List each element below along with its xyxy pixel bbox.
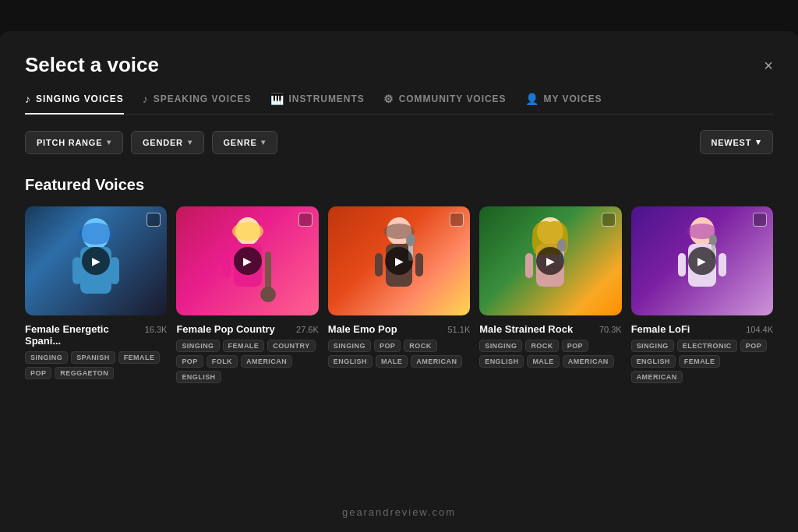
tab-label-my: MY VOICES	[543, 93, 602, 104]
voice-tags-4: SINGINGROCKPOPENGLISHMALEAMERICAN	[479, 340, 621, 368]
tab-label-instruments: INSTRUMENTS	[288, 93, 364, 104]
tag-english: ENGLISH	[176, 371, 221, 383]
svg-rect-4	[110, 257, 119, 284]
section-title: Featured Voices	[25, 176, 773, 194]
play-button-2[interactable]: ▶	[234, 247, 262, 275]
tag-female: FEMALE	[118, 351, 161, 364]
voice-count-4: 70.3K	[599, 325, 622, 334]
voice-count-5: 104.4K	[746, 325, 773, 334]
voice-name-row-1: Female Energetic Spani...16.3K	[25, 323, 167, 347]
voice-card-3[interactable]: ▶Male Emo Pop51.1KSINGINGPOPROCKENGLISHM…	[328, 206, 470, 383]
tab-icon-my: 👤	[525, 93, 539, 105]
voice-card-4[interactable]: ▶Male Strained Rock70.3KSINGINGROCKPOPEN…	[479, 206, 621, 383]
watermark: gearandreview.com	[342, 506, 456, 518]
tag-singing: SINGING	[25, 351, 68, 364]
tag-spanish: SPANISH	[71, 351, 115, 364]
svg-rect-15	[415, 253, 423, 277]
svg-rect-3	[72, 257, 82, 284]
voice-tags-2: SINGINGFEMALECOUNTRYPOPFOLKAMERICANENGLI…	[176, 340, 318, 383]
tab-singing[interactable]: ♪SINGING VOICES	[25, 93, 124, 115]
tag-singing: SINGING	[328, 340, 371, 352]
filter-gender-button[interactable]: GENDER▾	[131, 131, 203, 154]
voice-name-1: Female Energetic Spani...	[25, 323, 145, 347]
chevron-down-icon: ▾	[107, 138, 111, 146]
svg-point-29	[709, 234, 717, 245]
modal-header: Select a voice ×	[25, 53, 773, 77]
tag-english: ENGLISH	[479, 355, 524, 368]
svg-rect-26	[678, 253, 686, 277]
voice-tags-3: SINGINGPOPROCKENGLISHMALEAMERICAN	[328, 340, 470, 368]
filter-genre-button[interactable]: GENRE▾	[212, 131, 278, 154]
filter-pitch-button[interactable]: PITCH RANGE▾	[25, 131, 123, 154]
tag-american: AMERICAN	[563, 355, 614, 368]
tab-instruments[interactable]: 🎹INSTRUMENTS	[270, 93, 365, 115]
tag-rock: ROCK	[404, 340, 436, 352]
voice-thumbnail-4: ▶	[479, 206, 621, 315]
close-button[interactable]: ×	[764, 58, 773, 73]
tag-pop: POP	[176, 355, 203, 368]
voice-card-5[interactable]: ▶Female LoFi104.4KSINGINGELECTRONICPOPEN…	[631, 206, 773, 383]
tag-singing: SINGING	[176, 340, 219, 352]
voice-name-3: Male Emo Pop	[328, 323, 397, 335]
tag-female: FEMALE	[679, 355, 721, 368]
play-button-1[interactable]: ▶	[82, 247, 110, 275]
tag-singing: SINGING	[631, 340, 674, 352]
tab-label-speaking: SPEAKING VOICES	[154, 93, 252, 104]
voice-name-row-3: Male Emo Pop51.1K	[328, 323, 470, 335]
voice-card-1[interactable]: ▶Female Energetic Spani...16.3KSINGINGSP…	[25, 206, 167, 383]
tag-english: ENGLISH	[631, 355, 676, 368]
svg-point-2	[79, 223, 113, 245]
voice-card-2[interactable]: ▶Female Pop Country27.6KSINGINGFEMALECOU…	[176, 206, 318, 383]
chevron-down-icon: ▾	[756, 137, 761, 147]
tab-speaking[interactable]: ♪SPEAKING VOICES	[143, 93, 252, 115]
tag-pop: POP	[25, 367, 51, 379]
voice-thumbnail-5: ▶	[631, 206, 773, 315]
voice-name-2: Female Pop Country	[176, 323, 274, 335]
svg-rect-8	[223, 253, 231, 278]
tab-community[interactable]: ⚙COMMUNITY VOICES	[383, 93, 507, 115]
tag-english: ENGLISH	[328, 355, 373, 368]
tag-american: AMERICAN	[631, 371, 683, 383]
voice-thumbnail-3: ▶	[328, 206, 470, 315]
tag-singing: SINGING	[479, 340, 522, 352]
select-checkbox-2[interactable]	[298, 213, 312, 227]
select-checkbox-4[interactable]	[602, 213, 616, 227]
tag-american: AMERICAN	[411, 355, 462, 368]
tab-label-singing: SINGING VOICES	[36, 93, 124, 104]
voice-name-4: Male Strained Rock	[479, 323, 573, 335]
tag-pop: POP	[374, 340, 401, 352]
sort-button[interactable]: NEWEST▾	[700, 130, 773, 154]
tab-bar: ♪SINGING VOICES♪SPEAKING VOICES🎹INSTRUME…	[25, 93, 773, 115]
tab-icon-instruments: 🎹	[270, 93, 284, 105]
tab-label-community: COMMUNITY VOICES	[399, 93, 507, 104]
voice-name-row-5: Female LoFi104.4K	[631, 323, 773, 335]
voice-name-row-4: Male Strained Rock70.3K	[479, 323, 621, 335]
tag-country: COUNTRY	[267, 340, 315, 352]
play-button-3[interactable]: ▶	[385, 247, 413, 275]
svg-rect-27	[719, 253, 726, 277]
tag-rock: ROCK	[525, 340, 558, 352]
voice-name-5: Female LoFi	[631, 323, 690, 335]
svg-point-10	[260, 287, 276, 302]
play-button-4[interactable]: ▶	[536, 247, 564, 275]
svg-point-7	[232, 222, 263, 241]
filter-gender-label: GENDER	[143, 138, 183, 147]
voice-count-2: 27.6K	[296, 325, 319, 334]
voice-thumbnail-1: ▶	[25, 206, 167, 315]
play-button-5[interactable]: ▶	[688, 247, 716, 275]
tag-reggaeton: REGGAETON	[55, 367, 114, 379]
tab-icon-speaking: ♪	[143, 93, 149, 105]
chevron-down-icon: ▾	[188, 138, 192, 146]
tag-pop: POP	[740, 340, 767, 352]
select-checkbox-1[interactable]	[147, 213, 161, 227]
voice-count-3: 51.1K	[447, 325, 470, 334]
sort-label: NEWEST	[711, 138, 752, 147]
voice-count-1: 16.3K	[145, 325, 168, 334]
select-checkbox-5[interactable]	[753, 213, 767, 227]
modal-title: Select a voice	[25, 53, 159, 77]
filter-genre-label: GENRE	[224, 138, 257, 147]
tag-female: FEMALE	[223, 340, 265, 352]
filter-pitch-label: PITCH RANGE	[37, 138, 102, 147]
tab-my[interactable]: 👤MY VOICES	[525, 93, 602, 115]
select-checkbox-3[interactable]	[450, 213, 464, 227]
